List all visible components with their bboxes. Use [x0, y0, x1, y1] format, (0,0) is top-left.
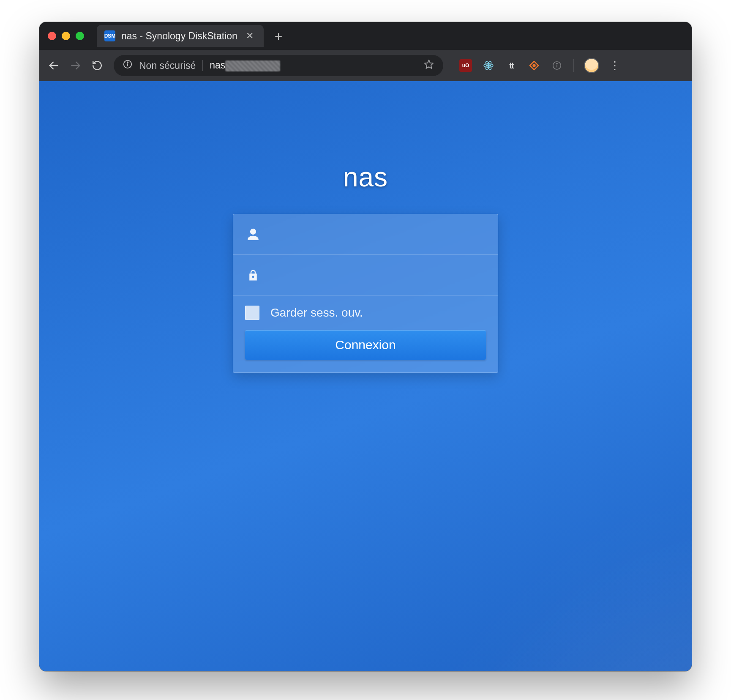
svg-point-11 — [533, 65, 535, 67]
address-bar[interactable]: Non sécurisé nas — [114, 55, 443, 76]
tt-extension-icon[interactable]: tt — [505, 59, 518, 72]
page-content: nas Garder sess. ouv. — [39, 81, 692, 671]
url-obscured — [225, 60, 280, 71]
window-controls — [48, 32, 84, 40]
tab-close-button[interactable]: ✕ — [243, 30, 256, 41]
window-minimize-button[interactable] — [62, 32, 70, 40]
ublock-extension-icon[interactable]: uO — [459, 59, 472, 72]
nav-reload-button[interactable] — [92, 60, 106, 71]
remember-row: Garder sess. ouv. — [233, 295, 498, 324]
nav-forward-button[interactable] — [70, 60, 84, 71]
submit-row: Connexion — [233, 324, 498, 372]
browser-tab[interactable]: DSM nas - Synology DiskStation ✕ — [97, 25, 264, 47]
extension-icons: uO tt ⋮ — [459, 58, 620, 73]
window-close-button[interactable] — [48, 32, 56, 40]
svg-marker-5 — [425, 60, 433, 68]
nav-back-button[interactable] — [48, 60, 62, 71]
login-panel: Garder sess. ouv. Connexion — [233, 214, 498, 373]
svg-point-4 — [127, 62, 128, 63]
browser-menu-button[interactable]: ⋮ — [609, 59, 620, 72]
user-icon — [245, 227, 261, 242]
username-row — [233, 214, 498, 255]
security-status-label: Non sécurisé — [139, 60, 196, 71]
react-devtools-extension-icon[interactable] — [482, 59, 495, 72]
browser-toolbar: Non sécurisé nas uO tt — [39, 50, 692, 81]
remember-checkbox[interactable] — [245, 306, 259, 320]
username-input[interactable] — [272, 228, 486, 241]
password-input[interactable] — [272, 268, 486, 282]
remember-label: Garder sess. ouv. — [270, 306, 363, 320]
url-host: nas — [210, 60, 225, 71]
login-host-title: nas — [343, 161, 388, 193]
browser-window: DSM nas - Synology DiskStation ✕ ＋ Non s… — [39, 22, 692, 671]
site-info-icon[interactable] — [123, 60, 132, 71]
info-extension-icon[interactable] — [551, 59, 563, 72]
login-button[interactable]: Connexion — [245, 330, 486, 360]
bookmark-star-icon[interactable] — [424, 59, 434, 72]
profile-avatar[interactable] — [584, 58, 599, 73]
lock-icon — [245, 269, 261, 282]
toolbar-separator — [573, 59, 574, 72]
new-tab-button[interactable]: ＋ — [272, 27, 285, 45]
window-zoom-button[interactable] — [76, 32, 84, 40]
tab-strip: DSM nas - Synology DiskStation ✕ ＋ — [39, 22, 692, 50]
tab-favicon: DSM — [104, 30, 115, 41]
omnibox-separator — [202, 60, 203, 71]
diamond-extension-icon[interactable] — [528, 59, 540, 72]
tab-title: nas - Synology DiskStation — [121, 30, 237, 42]
svg-point-6 — [488, 65, 489, 66]
svg-point-14 — [556, 63, 557, 64]
password-row — [233, 255, 498, 295]
